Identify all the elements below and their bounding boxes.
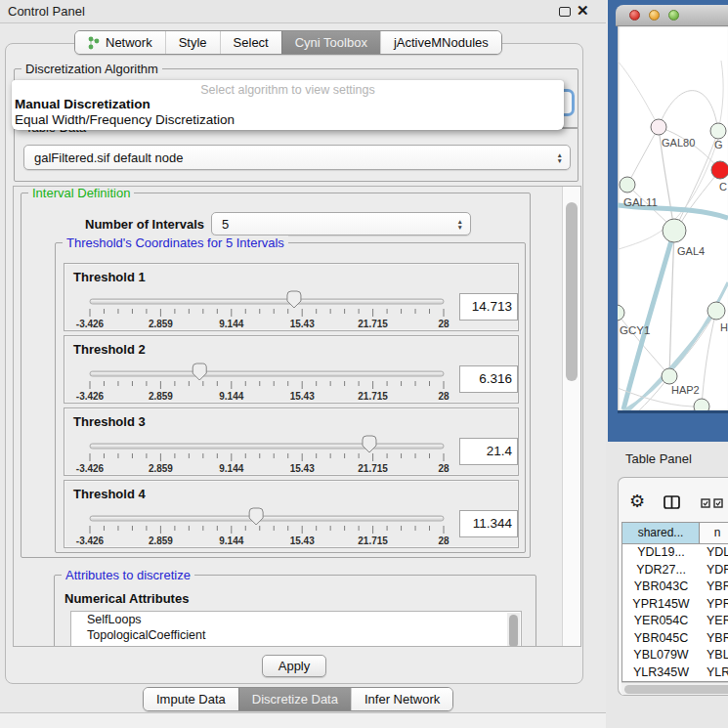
split-columns-icon[interactable] xyxy=(664,495,680,509)
node-label: GAL4 xyxy=(677,245,705,257)
close-panel-icon[interactable]: ✕ xyxy=(577,2,589,20)
network-node-c[interactable] xyxy=(711,161,728,179)
column-header-name[interactable]: n xyxy=(700,523,728,543)
tab-style[interactable]: Style xyxy=(165,31,220,54)
table-row[interactable]: YER054CYER0 xyxy=(622,613,728,630)
cell-name: YLR3 xyxy=(700,664,728,682)
network-node-unlabeled[interactable] xyxy=(694,399,709,410)
numerical-attributes-list[interactable]: SelfLoopsTopologicalCoefficientBetweenne… xyxy=(70,611,522,647)
attribute-item[interactable]: SelfLoops xyxy=(71,612,521,627)
settings-scrollbar-thumb[interactable] xyxy=(566,202,578,381)
network-canvas[interactable]: GAL80GCGAL11GAL4GCY1HHAP2 xyxy=(618,26,728,410)
checkbox-icon[interactable] xyxy=(713,498,723,508)
network-node-gcy1[interactable] xyxy=(618,305,624,321)
attribute-item[interactable]: TopologicalCoefficient xyxy=(71,627,521,643)
slider-thumb[interactable] xyxy=(249,508,263,525)
network-edge[interactable] xyxy=(659,91,718,131)
table-row[interactable]: YDR27...YDR2 xyxy=(622,562,728,579)
float-panel-icon[interactable] xyxy=(559,7,571,17)
network-node-gal4[interactable] xyxy=(663,219,686,242)
number-of-intervals-combobox[interactable]: 5 ▲▼ xyxy=(211,212,471,236)
table-row[interactable]: YPR145WYPR1 xyxy=(622,596,728,614)
checkbox-icon[interactable] xyxy=(701,498,710,508)
network-node-h[interactable] xyxy=(707,302,725,320)
cell-shared-name: YDL19... xyxy=(622,544,700,562)
apply-button[interactable]: Apply xyxy=(262,655,326,677)
thresholds-group: Threshold's Coordinates for 5 Intervals … xyxy=(55,242,526,553)
gear-icon[interactable]: ⚙ xyxy=(629,492,645,510)
tab-jactivemnodules[interactable]: jActiveMNodules xyxy=(380,31,501,54)
svg-text:21.715: 21.715 xyxy=(358,319,388,329)
settings-scrollbar-track[interactable] xyxy=(562,187,580,646)
window-minimize-icon[interactable] xyxy=(649,10,660,21)
network-window-titlebar[interactable] xyxy=(616,5,728,26)
column-header-shared-name[interactable]: shared... xyxy=(622,523,700,543)
table-data-combobox[interactable]: galFiltered.sif default node ▲▼ xyxy=(23,145,571,170)
table-hscrollbar[interactable] xyxy=(621,682,728,695)
cyni-mode-tabs: Impute DataDiscretize DataInfer Network xyxy=(143,687,453,711)
network-node-gal11[interactable] xyxy=(620,177,635,193)
table-row[interactable]: YLR345WYLR3 xyxy=(622,664,728,682)
table-data-value: galFiltered.sif default node xyxy=(34,150,183,165)
threshold-slider[interactable]: -3.4262.8599.14415.4321.71528 xyxy=(78,360,450,403)
threshold-row: Threshold 1-3.4262.8599.14415.4321.71528… xyxy=(64,263,519,331)
table-row[interactable]: YBR045CYBR0 xyxy=(622,630,728,648)
table-row[interactable]: YBR043CYBR0 xyxy=(622,578,728,596)
tab-cyni-toolbox[interactable]: Cyni Toolbox xyxy=(281,31,380,54)
tab-select[interactable]: Select xyxy=(220,31,281,54)
cell-shared-name: YDR27... xyxy=(622,562,700,579)
table-hscrollbar-thumb[interactable] xyxy=(624,685,728,694)
tab-impute-data[interactable]: Impute Data xyxy=(144,688,238,710)
network-edge[interactable] xyxy=(618,56,659,127)
slider-thumb[interactable] xyxy=(193,364,206,380)
table-panel-title: Table Panel xyxy=(625,451,692,466)
node-label: C xyxy=(719,181,727,193)
attributes-list-scrollbar[interactable] xyxy=(507,613,520,647)
tab-network[interactable]: Network xyxy=(75,31,165,54)
threshold-row: Threshold 4-3.4262.8599.14415.4321.71528… xyxy=(64,480,519,548)
svg-text:21.715: 21.715 xyxy=(358,463,388,474)
slider-thumb[interactable] xyxy=(287,291,301,308)
threshold-value-field[interactable]: 21.4 xyxy=(459,438,518,465)
svg-text:15.43: 15.43 xyxy=(290,391,315,402)
threshold-slider[interactable]: -3.4262.8599.14415.4321.71528 xyxy=(78,432,450,475)
popup-item-equal-width-frequency-discretization[interactable]: Equal Width/Frequency Discretization xyxy=(14,112,561,127)
network-edge[interactable] xyxy=(627,127,659,185)
node-attribute-table[interactable]: shared...n YDL19...YDL1YDR27...YDR2YBR04… xyxy=(621,522,728,682)
network-node-gal80[interactable] xyxy=(651,119,666,135)
threshold-value-field[interactable]: 14.713 xyxy=(459,293,518,321)
tab-infer-network[interactable]: Infer Network xyxy=(351,688,452,710)
threshold-value-field[interactable]: 11.344 xyxy=(459,510,518,537)
window-zoom-icon[interactable] xyxy=(668,10,679,21)
tab-label: Infer Network xyxy=(364,692,440,707)
control-panel-bottom-edge xyxy=(0,712,606,728)
network-node-hap2[interactable] xyxy=(662,368,677,384)
thresholds-group-title: Threshold's Coordinates for 5 Intervals xyxy=(63,236,288,250)
network-edge[interactable] xyxy=(718,61,723,131)
svg-text:28: 28 xyxy=(438,319,450,329)
slider-thumb[interactable] xyxy=(363,436,376,452)
threshold-value-field[interactable]: 6.316 xyxy=(459,365,518,393)
attribute-item[interactable]: BetweennessCentrality xyxy=(71,643,521,647)
window-close-icon[interactable] xyxy=(629,10,640,21)
network-view-window[interactable]: GAL80GCGAL11GAL4GCY1HHAP2 xyxy=(608,0,728,442)
cell-name: YDR2 xyxy=(700,562,728,579)
table-row[interactable]: YBL079WYBL0 xyxy=(622,647,728,664)
table-row[interactable]: YDL19...YDL1 xyxy=(622,544,728,562)
cell-shared-name: YBR045C xyxy=(622,630,700,648)
control-panel-tabs: NetworkStyleSelectCyni ToolboxjActiveMNo… xyxy=(74,30,502,55)
svg-text:15.43: 15.43 xyxy=(290,535,315,546)
threshold-slider[interactable]: -3.4262.8599.14415.4321.71528 xyxy=(78,504,450,547)
svg-text:9.144: 9.144 xyxy=(219,535,243,546)
node-label: H xyxy=(720,321,728,333)
threshold-slider[interactable]: -3.4262.8599.14415.4321.71528 xyxy=(78,287,450,330)
tab-discretize-data[interactable]: Discretize Data xyxy=(238,688,351,710)
network-graph[interactable]: GAL80GCGAL11GAL4GCY1HHAP2 xyxy=(618,26,728,410)
node-label: GAL80 xyxy=(662,137,695,149)
threshold-label: Threshold 1 xyxy=(73,270,146,284)
svg-text:28: 28 xyxy=(438,391,450,402)
svg-text:21.715: 21.715 xyxy=(358,535,388,546)
network-node-g[interactable] xyxy=(710,123,726,139)
cell-shared-name: YLR345W xyxy=(622,664,700,682)
popup-item-manual-discretization[interactable]: Manual Discretization xyxy=(14,97,561,111)
